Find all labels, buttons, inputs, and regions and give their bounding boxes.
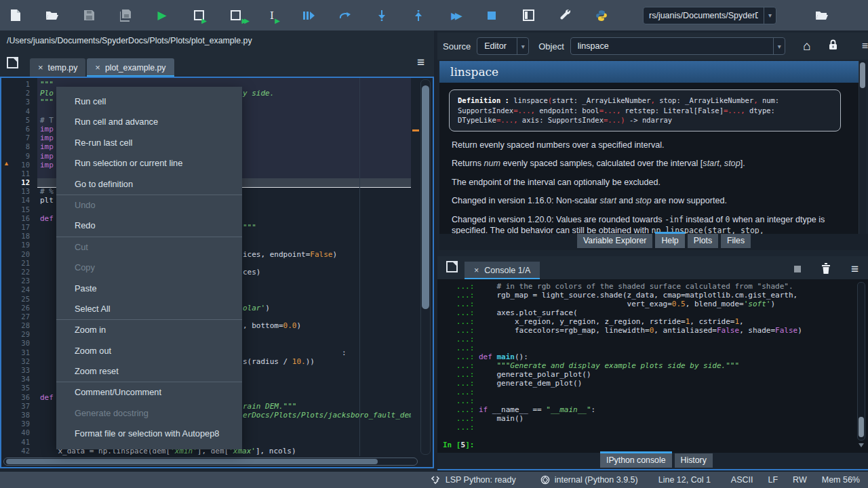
help-options-menu-icon[interactable]: ≡ [862, 40, 868, 52]
console-output[interactable]: ...: # in the rgb colors of the shaded s… [437, 279, 868, 453]
editor-context-menu: Run cellRun cell and advanceRe-run last … [56, 87, 242, 449]
run-selection-icon[interactable]: I▶ [264, 8, 279, 23]
console-scrollbar[interactable] [857, 282, 865, 441]
maximize-pane-icon[interactable] [521, 8, 536, 23]
menu-item: Generate docstring [56, 403, 242, 424]
console-line: In [5]: [443, 441, 868, 449]
tab-variable-explorer[interactable]: Variable Explorer [577, 234, 652, 248]
menu-item[interactable]: Paste [56, 279, 242, 299]
continue-icon[interactable]: ▶▶ [448, 8, 462, 23]
editor-gutter: 1234567891011121314151617181920212223242… [1, 78, 37, 456]
console-line: ...: generate_polar_plot() [443, 370, 868, 379]
stop-icon[interactable] [484, 8, 499, 23]
preferences-icon[interactable] [557, 8, 572, 23]
menu-item[interactable]: Run cell and advance [56, 112, 242, 132]
menu-item[interactable]: Comment/Uncomment [56, 382, 242, 403]
tab-files[interactable]: Files [721, 234, 751, 248]
source-select[interactable]: Editor ▾ [477, 37, 529, 55]
scroll-warning-flag [412, 129, 419, 131]
object-combobox[interactable]: linspace ▾ [570, 37, 785, 55]
new-file-icon[interactable] [8, 8, 23, 23]
line-number: 24 [1, 285, 37, 294]
scroll-down-arrow-icon[interactable] [859, 443, 864, 447]
lsp-status-icon [431, 475, 441, 485]
menu-item[interactable]: Run cell [56, 92, 242, 112]
menu-item[interactable]: Zoom reset [56, 361, 242, 382]
run-file-icon[interactable]: ▶ [155, 8, 170, 23]
python-environment-icon[interactable] [594, 8, 609, 23]
working-directory-input[interactable] [644, 11, 764, 20]
line-number: 36 [1, 393, 37, 402]
remove-variables-icon[interactable] [821, 262, 831, 277]
save-all-icon[interactable] [118, 8, 133, 23]
line-number: 21 [1, 259, 37, 268]
chevron-down-icon[interactable]: ▾ [764, 7, 776, 24]
line-number: 37 [1, 402, 37, 411]
tab-help[interactable]: Help [655, 234, 684, 248]
menu-item: Cut [56, 237, 242, 258]
scrollbar-thumb[interactable] [422, 85, 429, 309]
help-header: Source Editor ▾ Object linspace ▾ ⌂ ≡ [437, 33, 868, 60]
editor-options-menu-icon[interactable]: ≡ [417, 55, 425, 70]
line-number: 11 [1, 169, 37, 178]
menu-item[interactable]: Zoom in [56, 320, 242, 340]
plugin-tabs: Variable Explorer Help Plots Files [439, 234, 868, 250]
line-number: 9 [1, 152, 37, 161]
scrollbar-thumb[interactable] [860, 62, 865, 88]
console-line: ...: [443, 344, 868, 352]
open-file-icon[interactable] [45, 8, 60, 23]
editor-tabbar: × temp.py × plot_example.py ≡ [0, 52, 434, 77]
console-options-menu-icon[interactable]: ≡ [851, 262, 859, 277]
console-line: ...: axes.plot_surface( [443, 308, 868, 317]
source-label: Source [443, 41, 471, 52]
close-icon[interactable]: × [38, 62, 43, 73]
run-cell-advance-icon[interactable]: ▶▶ [228, 8, 243, 23]
editor-horizontal-scrollbar[interactable] [3, 458, 418, 466]
readwrite-status: RW [793, 475, 807, 485]
line-number: 12 [1, 178, 37, 187]
save-icon[interactable] [81, 8, 96, 23]
main-toolbar: ▶ ▶ ▶▶ I▶ ▶▶ ▾ [0, 0, 868, 30]
console-line: ...: if __name__ == "__main__": [443, 405, 868, 414]
home-icon[interactable]: ⌂ [803, 39, 810, 54]
editor-vertical-scrollbar[interactable] [420, 79, 431, 455]
tab-console-1a[interactable]: × Console 1/A [465, 262, 540, 279]
step-return-icon[interactable] [411, 8, 426, 23]
line-number: 30 [1, 339, 37, 348]
tab-ipython-console[interactable]: IPython console [600, 453, 672, 468]
help-scrollbar[interactable] [859, 61, 866, 249]
chevron-down-icon[interactable]: ▾ [517, 38, 528, 54]
menu-item[interactable]: Zoom out [56, 341, 242, 361]
menu-item[interactable]: Select All [56, 299, 242, 319]
tab-history[interactable]: History [675, 453, 713, 468]
scrollbar-thumb[interactable] [6, 459, 378, 464]
line-number: 29 [1, 330, 37, 339]
line-number: 13 [1, 187, 37, 196]
step-into-icon[interactable] [374, 8, 389, 23]
tab-plots[interactable]: Plots [688, 234, 718, 248]
menu-item[interactable]: Redo [56, 216, 242, 236]
menu-item[interactable]: Format file or selection with Autopep8 [56, 424, 242, 444]
console-line: ...: def main(): [443, 352, 868, 361]
line-number: 39 [1, 420, 37, 428]
line-number: 4 [1, 107, 37, 116]
browse-tabs-icon[interactable] [446, 261, 458, 275]
debug-file-icon[interactable] [301, 8, 316, 23]
chevron-down-icon[interactable]: ▾ [773, 38, 785, 54]
run-cell-icon[interactable]: ▶ [191, 8, 206, 23]
browse-tabs-icon[interactable] [7, 57, 18, 71]
lock-icon[interactable] [829, 39, 837, 53]
step-over-icon[interactable] [338, 8, 353, 23]
console-line: ...: [443, 335, 868, 344]
close-icon[interactable]: × [474, 266, 479, 275]
close-icon[interactable]: × [95, 62, 100, 73]
line-number: 16 [1, 214, 37, 223]
eol-status: LF [768, 475, 778, 485]
scrollbar-thumb[interactable] [859, 417, 864, 437]
menu-item[interactable]: Go to definition [56, 174, 242, 195]
tab-temp-py[interactable]: × temp.py [30, 58, 85, 77]
browse-directory-icon[interactable] [814, 8, 829, 23]
menu-item[interactable]: Run selection or current line [56, 153, 242, 174]
menu-item[interactable]: Re-run last cell [56, 133, 242, 153]
tab-plot-example-py[interactable]: × plot_example.py [87, 58, 174, 77]
